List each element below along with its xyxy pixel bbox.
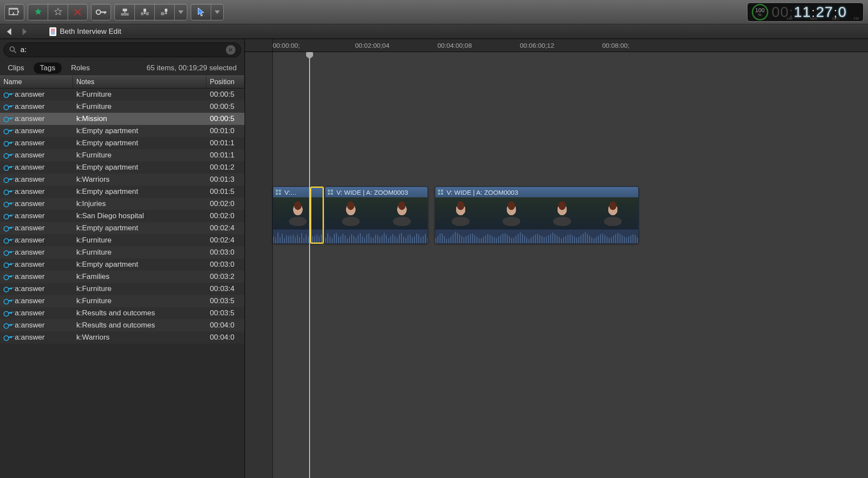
table-row[interactable]: a:answerk:Warriors00:04:0 (0, 331, 245, 344)
table-row[interactable]: a:answerk:Results and outcomes00:04:0 (0, 319, 245, 331)
selection-tool-group (191, 4, 224, 20)
table-row[interactable]: a:answerk:Empty apartment00:03:0 (0, 259, 245, 271)
search-input[interactable] (17, 46, 226, 54)
table-row[interactable]: a:answerk:Furniture00:03:4 (0, 283, 245, 295)
tab-clips[interactable]: Clips (8, 64, 24, 72)
row-notes: k:Furniture (73, 102, 206, 111)
filmstrip-icon (438, 190, 444, 195)
row-notes: k:Furniture (73, 297, 206, 305)
table-row[interactable]: a:answerk:Mission00:00:5 (0, 113, 245, 125)
table-row[interactable]: a:answerk:Furniture00:03:0 (0, 246, 245, 259)
svg-rect-13 (165, 9, 167, 12)
timeline-clip[interactable]: V:… (273, 187, 323, 244)
row-name: a:answer (15, 187, 45, 196)
index-filter-row: Clips Tags Roles 65 items, 00:19;29 sele… (0, 61, 245, 75)
row-notes: k:Results and outcomes (73, 321, 206, 330)
percent-value: 100 (755, 7, 765, 13)
svg-point-2 (96, 10, 101, 14)
favorite-button[interactable] (28, 4, 48, 20)
row-notes: k:Furniture (73, 90, 206, 99)
column-header-notes[interactable]: Notes (73, 76, 206, 88)
table-row[interactable]: a:answerk:Empty apartment00:01:5 (0, 186, 245, 198)
keyword-icon (3, 189, 12, 194)
row-position: 00:01:0 (206, 127, 245, 135)
table-row[interactable]: a:answerk:Furniture00:03:5 (0, 295, 245, 307)
row-notes: k:Injuries (73, 200, 206, 208)
row-name: a:answer (15, 200, 45, 208)
timeline-ruler[interactable]: 00:00:00;00:02:00;0400:04:00;0800:06:00;… (245, 39, 868, 52)
row-position: 00:03:0 (206, 248, 245, 257)
keyword-icon (3, 311, 12, 316)
edit-tools-dropdown[interactable] (174, 4, 187, 20)
table-row[interactable]: a:answerk:Empty apartment00:01:1 (0, 137, 245, 149)
table-row[interactable]: a:answerk:Injuries00:02:0 (0, 198, 245, 210)
keyword-icon (3, 104, 12, 109)
clip-thumbnails (435, 197, 638, 229)
history-back-button[interactable] (5, 27, 14, 36)
table-row[interactable]: a:answerk:Results and outcomes00:03:5 (0, 307, 245, 319)
search-field[interactable]: ✕ (3, 43, 241, 57)
clip-waveform (325, 229, 427, 244)
video-track[interactable]: V:…V: WIDE | A: ZOOM0003V: WIDE | A: ZOO… (273, 187, 868, 244)
table-row[interactable]: a:answerk:Families00:03:2 (0, 271, 245, 283)
row-notes: k:Empty apartment (73, 260, 206, 269)
row-position: 00:04:0 (206, 321, 245, 330)
column-header-name[interactable]: Name (0, 76, 73, 88)
ruler-tick: 00:02:00;04 (355, 42, 389, 49)
row-name: a:answer (15, 236, 45, 245)
row-name: a:answer (15, 212, 45, 220)
table-row[interactable]: a:answerk:Empty apartment00:01:0 (0, 125, 245, 137)
tab-tags[interactable]: Tags (34, 62, 62, 74)
selection-tool-button[interactable] (191, 4, 211, 20)
connect-button[interactable] (114, 4, 134, 20)
row-notes: k:Empty apartment (73, 163, 206, 172)
svg-rect-9 (141, 12, 144, 15)
clear-search-button[interactable]: ✕ (226, 45, 235, 55)
playhead[interactable] (309, 52, 310, 478)
svg-rect-7 (121, 13, 129, 16)
ruler-tick: 00:06:00;12 (520, 42, 554, 49)
keyword-icon (3, 226, 12, 231)
table-row[interactable]: a:answerk:Furniture00:00:5 (0, 88, 245, 101)
table-row[interactable]: a:answerk:Warriors00:01:3 (0, 174, 245, 186)
row-notes: k:Furniture (73, 151, 206, 160)
keyword-icon (3, 335, 12, 340)
table-row[interactable]: a:answerk:San Diego hospital00:02:0 (0, 210, 245, 222)
timeline-clip[interactable]: V: WIDE | A: ZOOM0003 (325, 187, 428, 244)
table-row[interactable]: a:answerk:Furniture00:00:5 (0, 101, 245, 113)
row-name: a:answer (15, 248, 45, 257)
svg-rect-3 (101, 11, 106, 13)
project-name[interactable]: Beth Interview Edit (49, 27, 121, 36)
keyword-editor-button[interactable] (91, 4, 111, 20)
unrate-button[interactable] (48, 4, 68, 20)
import-media-button[interactable] (4, 4, 24, 20)
row-name: a:answer (15, 139, 45, 147)
timeline-index-panel: ✕ Clips Tags Roles 65 items, 00:19;29 se… (0, 39, 245, 478)
table-row[interactable]: a:answerk:Furniture00:02:4 (0, 234, 245, 246)
insert-button[interactable] (134, 4, 154, 20)
table-row[interactable]: a:answerk:Empty apartment00:02:4 (0, 222, 245, 234)
tools-dropdown[interactable] (211, 4, 224, 20)
table-row[interactable]: a:answerk:Furniture00:01:1 (0, 149, 245, 161)
index-table-body[interactable]: a:answerk:Furniture00:00:5a:answerk:Furn… (0, 88, 245, 478)
svg-rect-5 (105, 11, 106, 13)
reject-button[interactable] (68, 4, 88, 20)
svg-rect-4 (104, 11, 105, 14)
timeline-body[interactable]: V:…V: WIDE | A: ZOOM0003V: WIDE | A: ZOO… (245, 52, 868, 478)
row-name: a:answer (15, 309, 45, 318)
row-notes: k:Warriors (73, 333, 206, 342)
table-row[interactable]: a:answerk:Empty apartment00:01:2 (0, 161, 245, 174)
svg-rect-6 (123, 9, 127, 11)
tab-roles[interactable]: Roles (71, 64, 90, 72)
keyword-icon (3, 238, 12, 243)
filmstrip-icon (276, 190, 282, 195)
svg-rect-11 (144, 9, 146, 12)
row-name: a:answer (15, 272, 45, 281)
svg-rect-10 (146, 12, 149, 15)
column-header-position[interactable]: Position (206, 76, 245, 88)
append-button[interactable] (154, 4, 174, 20)
index-summary: 65 items, 00:19;29 selected (147, 64, 237, 72)
keyword-icon (3, 128, 12, 134)
timeline-clip[interactable]: V: WIDE | A: ZOOM0003 (435, 187, 639, 244)
row-name: a:answer (15, 224, 45, 232)
